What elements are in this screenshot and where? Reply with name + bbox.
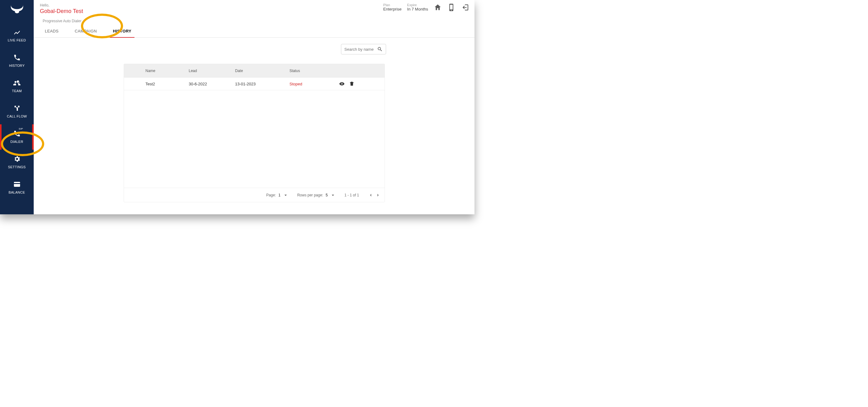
search-icon[interactable] — [377, 47, 383, 52]
table-footer: Page: 1 Rows per page: 5 1 - 1 of 1 — [124, 188, 384, 202]
plan-info: Plan Enterprise — [383, 3, 402, 11]
cell-status: Stoped — [290, 82, 339, 86]
col-status: Status — [290, 69, 339, 73]
history-table: Name Lead Date Status Test2 30-6-2022 13… — [124, 64, 385, 202]
chart-line-icon — [13, 28, 21, 36]
hello-text: Hello, — [40, 3, 83, 7]
rows-value: 5 — [326, 193, 328, 197]
content-area: Name Lead Date Status Test2 30-6-2022 13… — [34, 38, 474, 214]
sidebar-item-settings[interactable]: SETTINGS — [0, 150, 34, 175]
col-name: Name — [146, 69, 189, 73]
sidebar-item-live-feed[interactable]: LIVE FEED — [0, 23, 34, 48]
expire-label: Expire — [407, 3, 428, 7]
sidebar: LIVE FEED HISTORY TEAM CALL FLOW SIP — [0, 0, 34, 214]
phone-icon — [13, 54, 21, 61]
logout-icon[interactable] — [461, 3, 469, 11]
app-window: LIVE FEED HISTORY TEAM CALL FLOW SIP — [0, 0, 474, 214]
chevron-left-icon[interactable] — [368, 192, 373, 198]
home-icon[interactable] — [434, 3, 442, 11]
plan-value: Enterprise — [383, 7, 402, 11]
rows-label: Rows per page: — [297, 193, 323, 197]
row-actions — [339, 81, 361, 87]
table-row: Test2 30-6-2022 13-01-2023 Stoped — [124, 77, 384, 90]
cell-lead: 30-6-2022 — [189, 82, 235, 86]
pager-buttons — [368, 192, 381, 198]
people-plus-icon — [13, 79, 21, 87]
sidebar-item-history[interactable]: HISTORY — [0, 48, 34, 74]
expire-value: In 7 Months — [407, 7, 428, 11]
sidebar-item-call-flow[interactable]: CALL FLOW — [0, 99, 34, 124]
mobile-icon[interactable] — [447, 3, 455, 11]
section-title: Progressive Auto Dialer — [43, 19, 474, 23]
sidebar-item-label: BALANCE — [9, 191, 25, 194]
cell-name: Test2 — [146, 82, 189, 86]
gear-icon — [13, 155, 21, 163]
sip-badge: SIP — [19, 127, 23, 130]
dialer-sip-icon — [13, 130, 21, 137]
table-empty-space — [124, 90, 384, 188]
search-box[interactable] — [341, 44, 386, 54]
topbar-right: Plan Enterprise Expire In 7 Months — [383, 3, 469, 11]
page-value: 1 — [279, 193, 281, 197]
greeting: Hello, Gobal-Demo Test — [40, 3, 83, 14]
svg-point-0 — [15, 10, 19, 13]
tab-bar: LEADS CAMPAIGN HISTORY — [34, 24, 474, 38]
call-split-icon — [13, 105, 21, 112]
main-area: Hello, Gobal-Demo Test Plan Enterprise E… — [34, 0, 474, 214]
phone-arc-logo-icon — [9, 4, 25, 15]
sidebar-item-balance[interactable]: BALANCE — [0, 175, 34, 200]
username-text: Gobal-Demo Test — [40, 8, 83, 14]
cell-date: 13-01-2023 — [235, 82, 290, 86]
tab-history[interactable]: HISTORY — [113, 24, 131, 37]
col-lead: Lead — [189, 69, 235, 73]
page-label: Page: — [266, 193, 276, 197]
tab-campaign[interactable]: CAMPAIGN — [75, 24, 97, 37]
plan-label: Plan — [383, 3, 402, 7]
card-icon — [13, 181, 21, 188]
sidebar-item-label: SETTINGS — [8, 165, 26, 169]
sidebar-item-label: HISTORY — [9, 64, 25, 67]
col-date: Date — [235, 69, 290, 73]
sidebar-item-dialer[interactable]: SIP DIALER — [0, 124, 34, 150]
top-bar: Hello, Gobal-Demo Test Plan Enterprise E… — [34, 0, 474, 14]
sidebar-item-label: CALL FLOW — [7, 114, 27, 118]
sidebar-item-team[interactable]: TEAM — [0, 74, 34, 99]
table-header: Name Lead Date Status — [124, 64, 384, 77]
sidebar-item-label: LIVE FEED — [8, 38, 26, 42]
pagination-range: 1 - 1 of 1 — [344, 193, 359, 197]
chevron-right-icon[interactable] — [375, 192, 381, 198]
search-input[interactable] — [344, 47, 375, 52]
rows-per-page-select[interactable]: Rows per page: 5 — [297, 192, 336, 198]
sidebar-item-label: TEAM — [12, 89, 22, 93]
view-icon[interactable] — [339, 81, 345, 87]
expire-info: Expire In 7 Months — [407, 3, 428, 11]
chevron-down-icon — [283, 192, 288, 198]
brand-logo — [9, 4, 25, 15]
tab-leads[interactable]: LEADS — [45, 24, 59, 37]
chevron-down-icon — [330, 192, 336, 198]
sidebar-item-label: DIALER — [10, 140, 24, 144]
delete-icon[interactable] — [349, 81, 354, 87]
page-select[interactable]: Page: 1 — [266, 192, 288, 198]
